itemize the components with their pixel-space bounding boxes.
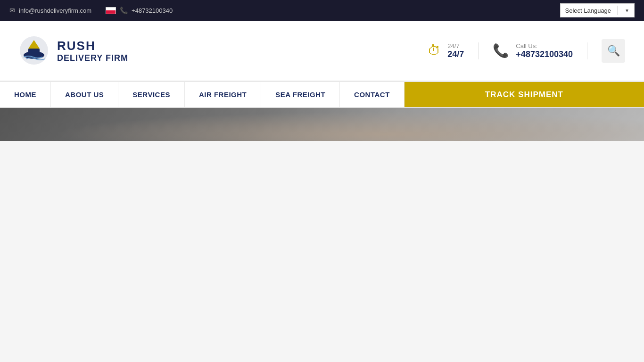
call-block: 📞 Call Us: +48732100340 bbox=[479, 42, 587, 59]
nav-item-contact[interactable]: CONTACT bbox=[340, 82, 405, 107]
nav-home-label: HOME bbox=[14, 90, 36, 99]
nav-item-track-shipment[interactable]: TRACK SHIPMENT bbox=[405, 82, 644, 107]
nav-item-services[interactable]: SERVICES bbox=[118, 82, 185, 107]
call-text: Call Us: +48732100340 bbox=[516, 42, 573, 59]
main-content bbox=[0, 141, 644, 362]
availability-block: ⏱ 24/7 24/7 bbox=[413, 42, 479, 59]
nav-track-label: TRACK SHIPMENT bbox=[485, 90, 563, 99]
nav-air-label: AIR FREIGHT bbox=[199, 90, 247, 99]
call-label: Call Us: bbox=[516, 42, 573, 49]
logo-icon bbox=[19, 35, 50, 66]
svg-rect-2 bbox=[28, 49, 40, 55]
nav-item-home[interactable]: HOME bbox=[0, 82, 51, 107]
logo-rush: RUSH bbox=[57, 39, 128, 53]
nav-contact-label: CONTACT bbox=[354, 90, 390, 99]
language-selector[interactable]: Select Language ▼ bbox=[560, 3, 635, 17]
availability-value: 24/7 bbox=[447, 49, 464, 59]
site-header: RUSH DELIVERY FIRM ⏱ 24/7 24/7 📞 Call Us… bbox=[0, 21, 644, 82]
phone-text: +48732100340 bbox=[132, 7, 173, 14]
clock-icon: ⏱ bbox=[428, 43, 441, 58]
email-icon: ✉ bbox=[9, 7, 15, 14]
hero-banner bbox=[0, 108, 644, 141]
phone-icon: 📞 bbox=[120, 7, 128, 14]
phone-header-icon: 📞 bbox=[493, 43, 509, 58]
email-item: ✉ info@rushdeliveryfirm.com bbox=[9, 7, 91, 14]
availability-label: 24/7 bbox=[447, 42, 464, 49]
nav-item-sea-freight[interactable]: SEA FREIGHT bbox=[261, 82, 340, 107]
top-bar: ✉ info@rushdeliveryfirm.com 📞 +487321003… bbox=[0, 0, 644, 21]
nav-item-air-freight[interactable]: AIR FREIGHT bbox=[185, 82, 261, 107]
search-button[interactable]: 🔍 bbox=[602, 39, 625, 63]
nav-services-label: SERVICES bbox=[132, 90, 170, 99]
logo-delivery-firm: DELIVERY FIRM bbox=[57, 53, 128, 63]
header-right: ⏱ 24/7 24/7 📞 Call Us: +48732100340 🔍 bbox=[413, 39, 625, 63]
availability-text: 24/7 24/7 bbox=[447, 42, 464, 59]
email-text: info@rushdeliveryfirm.com bbox=[19, 7, 91, 14]
navigation-bar: HOME ABOUT US SERVICES AIR FREIGHT SEA F… bbox=[0, 82, 644, 108]
top-bar-left: ✉ info@rushdeliveryfirm.com 📞 +487321003… bbox=[9, 7, 173, 14]
language-divider bbox=[618, 6, 618, 15]
logo-text: RUSH DELIVERY FIRM bbox=[57, 39, 128, 63]
nav-sea-label: SEA FREIGHT bbox=[275, 90, 325, 99]
logo-area[interactable]: RUSH DELIVERY FIRM bbox=[19, 35, 128, 66]
nav-about-label: ABOUT US bbox=[65, 90, 104, 99]
phone-item: 📞 +48732100340 bbox=[106, 7, 173, 14]
search-block: 🔍 bbox=[587, 39, 625, 63]
call-number: +48732100340 bbox=[516, 49, 573, 59]
language-arrow-icon: ▼ bbox=[625, 8, 629, 13]
nav-item-about[interactable]: ABOUT US bbox=[51, 82, 118, 107]
search-icon: 🔍 bbox=[607, 45, 620, 57]
poland-flag-icon bbox=[106, 7, 116, 14]
language-label: Select Language bbox=[565, 7, 611, 14]
